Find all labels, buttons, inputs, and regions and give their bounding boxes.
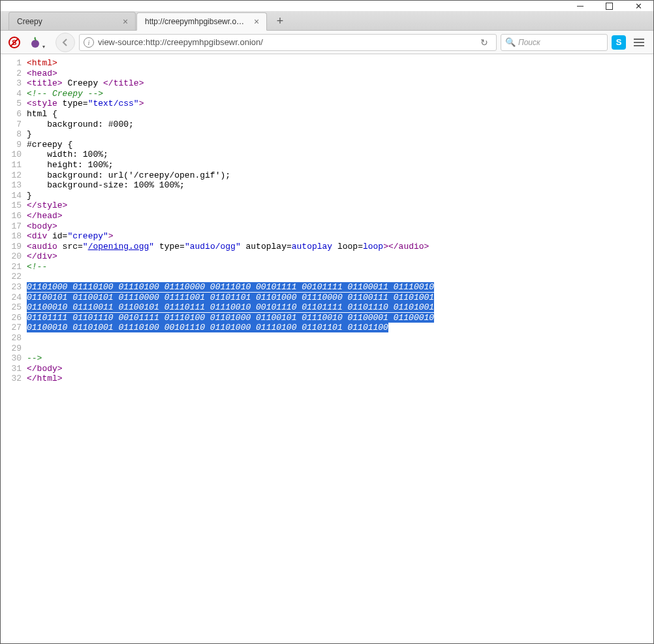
- line-number: 31: [1, 364, 27, 374]
- tab-title: Creepy: [17, 17, 117, 26]
- line-number: 32: [1, 374, 27, 384]
- source-line: 8}: [1, 129, 653, 140]
- skype-icon[interactable]: S: [612, 35, 626, 50]
- url-text: view-source:http://creepymhpgibsewr.onio…: [98, 37, 473, 47]
- source-line: 12 background: url('/creepy/open.gif');: [1, 170, 653, 181]
- source-line: 32</html>: [1, 374, 653, 384]
- line-number: 27: [1, 323, 27, 333]
- source-line: 3<title> Creepy </title>: [1, 78, 653, 89]
- line-number: 17: [1, 221, 27, 232]
- tab-view-source[interactable]: http://creepymhpgibsewr.oni... ×: [136, 12, 267, 31]
- line-number: 21: [1, 262, 27, 272]
- source-line: 2601101111 01101110 00101111 01110100 01…: [1, 313, 653, 323]
- source-line: 20</div>: [1, 251, 653, 262]
- svg-point-3: [31, 40, 39, 48]
- line-number: 23: [1, 282, 27, 293]
- view-source-content[interactable]: 1<html>2<head>3<title> Creepy </title>4<…: [1, 54, 653, 384]
- line-number: 14: [1, 191, 27, 201]
- line-number: 30: [1, 353, 27, 364]
- line-number: 7: [1, 120, 27, 130]
- line-number: 4: [1, 89, 27, 99]
- tab-creepy[interactable]: Creepy ×: [8, 12, 136, 30]
- window-minimize-button[interactable]: [565, 1, 595, 11]
- source-line: 13 background-size: 100% 100%;: [1, 180, 653, 191]
- window-close-button[interactable]: [624, 1, 653, 11]
- tab-bar: Creepy × http://creepymhpgibsewr.oni... …: [1, 11, 653, 31]
- line-number: 5: [1, 99, 27, 109]
- source-line: 7 background: #000;: [1, 120, 653, 130]
- source-line: 2501100010 01110011 01100101 01110111 01…: [1, 302, 653, 313]
- line-number: 8: [1, 129, 27, 140]
- source-line: 14}: [1, 191, 653, 201]
- line-number: 3: [1, 78, 27, 89]
- line-number: 22: [1, 272, 27, 282]
- line-number: 2: [1, 69, 27, 79]
- line-number: 1: [1, 58, 27, 69]
- line-number: 29: [1, 344, 27, 354]
- line-number: 24: [1, 293, 27, 303]
- source-line: 4<!-- Creepy -->: [1, 89, 653, 99]
- line-number: 19: [1, 242, 27, 252]
- back-button[interactable]: [55, 33, 75, 52]
- source-line: 5<style type="text/css">: [1, 99, 653, 109]
- window-titlebar: [1, 1, 653, 11]
- source-line: 15</style>: [1, 201, 653, 211]
- source-line: 16</head>: [1, 211, 653, 221]
- site-info-icon[interactable]: i: [84, 37, 94, 48]
- line-number: 28: [1, 333, 27, 344]
- line-number: 18: [1, 231, 27, 242]
- window-maximize-button[interactable]: [595, 1, 624, 11]
- line-number: 25: [1, 302, 27, 313]
- tab-close-icon[interactable]: ×: [121, 16, 130, 27]
- source-line: 1<html>: [1, 58, 653, 69]
- source-line: 21<!--: [1, 262, 653, 272]
- toolbar: S ▾ i view-source:http://creepymhpgibsew…: [1, 31, 653, 54]
- source-line: 10 width: 100%;: [1, 150, 653, 160]
- line-number: 20: [1, 251, 27, 262]
- source-line: 29: [1, 344, 653, 354]
- source-line: 19<audio src="/opening.ogg" type="audio/…: [1, 242, 653, 252]
- reload-icon[interactable]: ↻: [476, 37, 492, 48]
- source-line: 22: [1, 272, 653, 282]
- line-number: 26: [1, 313, 27, 323]
- line-number: 11: [1, 160, 27, 170]
- noscript-icon[interactable]: S: [6, 34, 23, 51]
- line-number: 15: [1, 201, 27, 211]
- search-placeholder: Поиск: [518, 38, 540, 47]
- source-line: 18<div id="creepy">: [1, 231, 653, 242]
- source-line: 9#creepy {: [1, 140, 653, 150]
- source-line: 28: [1, 333, 653, 344]
- source-line: 30-->: [1, 353, 653, 364]
- url-bar[interactable]: i view-source:http://creepymhpgibsewr.on…: [79, 34, 497, 51]
- line-number: 6: [1, 109, 27, 120]
- source-line: 2401100101 01100101 01110000 01111001 01…: [1, 293, 653, 303]
- search-bar[interactable]: 🔍 Поиск: [501, 34, 608, 51]
- source-line: 11 height: 100%;: [1, 160, 653, 170]
- menu-button[interactable]: [630, 34, 648, 51]
- source-line: 2701100010 01101001 01110100 00101110 01…: [1, 323, 653, 333]
- tab-close-icon[interactable]: ×: [252, 16, 261, 27]
- line-number: 12: [1, 170, 27, 181]
- new-tab-button[interactable]: +: [272, 13, 288, 29]
- line-number: 13: [1, 180, 27, 191]
- source-line: 2<head>: [1, 69, 653, 79]
- search-icon: 🔍: [505, 37, 516, 47]
- line-number: 10: [1, 150, 27, 160]
- tab-title: http://creepymhpgibsewr.oni...: [145, 17, 248, 26]
- source-line: 17<body>: [1, 221, 653, 232]
- source-line: 2301101000 01110100 01110100 01110000 00…: [1, 282, 653, 293]
- line-number: 16: [1, 211, 27, 221]
- source-line: 6html {: [1, 109, 653, 120]
- tor-onion-icon[interactable]: ▾: [27, 34, 44, 51]
- source-line: 31</body>: [1, 364, 653, 374]
- line-number: 9: [1, 140, 27, 150]
